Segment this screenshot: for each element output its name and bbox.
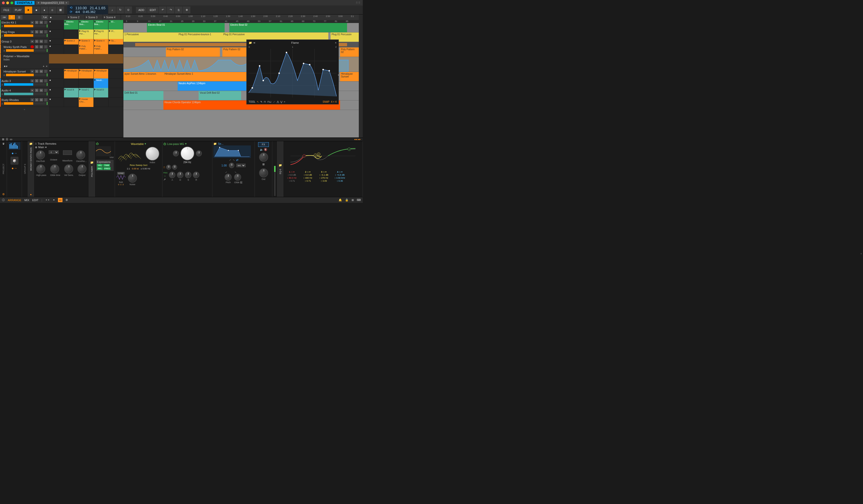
oscsnoise-knob[interactable] bbox=[76, 150, 85, 160]
panel-icon[interactable]: ⚬⚬ bbox=[45, 198, 50, 202]
track-menu-icon[interactable]: ⋮ bbox=[44, 89, 48, 92]
record-arm-button[interactable]: ● bbox=[30, 21, 34, 24]
stop-clip-button[interactable]: ■ bbox=[49, 69, 64, 78]
metronome-button[interactable]: ♪ bbox=[109, 7, 116, 13]
view-grid-button[interactable]: ⠿ bbox=[9, 15, 15, 20]
folder-icon[interactable]: 📁 bbox=[278, 164, 282, 167]
saw2-tool-icon[interactable]: ⋁ bbox=[280, 100, 282, 103]
track-header[interactable]: Audio 4●SM⋮⎍ bbox=[0, 88, 49, 98]
arrange-clip[interactable]: Plug 01 Percussive-bounce-1 bbox=[178, 33, 222, 42]
power-icon[interactable]: ⏻ bbox=[163, 142, 166, 146]
cutoff-knob[interactable] bbox=[180, 147, 195, 161]
clip-slot[interactable]: Poly Patter... bbox=[79, 45, 94, 54]
clip-slot[interactable]: Plug 01 Per... bbox=[79, 29, 94, 39]
panel-icon[interactable]: ▭ bbox=[58, 198, 62, 202]
keyboard-icon[interactable]: ⌨ bbox=[357, 198, 361, 202]
folder-icon[interactable]: 📁 bbox=[213, 142, 217, 146]
mix-view-button[interactable]: MIX bbox=[24, 199, 29, 202]
expression-editor-popup[interactable]: 📁 ⇥ Flame × 0 1 2 ▸ TOOL bbox=[246, 39, 339, 104]
device-name[interactable]: EQ-5 bbox=[279, 169, 282, 174]
clip-slot[interactable] bbox=[64, 29, 79, 39]
edit-view-button[interactable]: EDIT bbox=[32, 199, 38, 202]
solo-button[interactable]: S bbox=[35, 70, 38, 73]
track-header[interactable]: Rusty Rhodes●SM⋮⎍ bbox=[0, 98, 49, 107]
power-icon[interactable]: ⏻ bbox=[96, 142, 99, 145]
keyboard-icon[interactable]: ⎍ bbox=[1, 34, 3, 37]
timesig-display[interactable]: 4/4 bbox=[75, 10, 80, 14]
crown-icon[interactable]: ♛ bbox=[2, 142, 5, 146]
clip-slot[interactable]: Poly Patter... bbox=[94, 45, 109, 54]
redo-button[interactable]: ↷ bbox=[167, 7, 174, 13]
clip-slot[interactable]: El... bbox=[109, 20, 123, 29]
curve-icon[interactable]: ⟋ bbox=[229, 159, 232, 162]
clip-slot[interactable] bbox=[109, 88, 123, 98]
filter-type-dropdown[interactable]: Low-pass MG bbox=[167, 142, 184, 146]
scene-cell[interactable]: Scene 3 bbox=[85, 14, 103, 20]
loop-button[interactable]: ↻ bbox=[116, 7, 124, 13]
panel-icon[interactable]: ⚙ bbox=[65, 198, 68, 202]
device-name[interactable]: POLYMER bbox=[91, 166, 93, 177]
index-knob[interactable] bbox=[146, 147, 159, 161]
clip-slot[interactable]: House Cho... bbox=[79, 98, 94, 107]
arrangement-view[interactable]: 0:100:200:300:400:501:001:101:201:301:40… bbox=[123, 14, 359, 137]
grid-icon[interactable]: ⊞ bbox=[262, 163, 265, 166]
panel-toggle-icon[interactable]: ☰ bbox=[6, 138, 8, 141]
eq-band[interactable]: 1 ◇ ▾↕ 0.0 dB↕ 80.0 Hz↕ 0.71 bbox=[284, 171, 299, 182]
clip-slot[interactable]: Vocal B bbox=[64, 88, 79, 98]
clip-slot[interactable]: Himalayan ... bbox=[79, 69, 94, 78]
track-header[interactable]: Plug Finga●SM⋮⎍ bbox=[0, 29, 49, 39]
record-arm-button[interactable]: ● bbox=[30, 98, 34, 101]
tempo-display[interactable]: 110.00 bbox=[75, 6, 87, 10]
track-header[interactable]: Himalayan Sunset●SM⋮⎍ bbox=[0, 69, 49, 78]
solo-button[interactable]: S bbox=[35, 98, 38, 101]
track-menu-icon[interactable]: ⋮ bbox=[44, 40, 48, 43]
clip-slot[interactable]: Sc... bbox=[109, 39, 123, 45]
rel-toggle[interactable]: REL bbox=[97, 167, 103, 170]
arrange-view-button[interactable]: ARRANGE bbox=[8, 199, 21, 202]
view-compact-button[interactable]: ☰ bbox=[16, 15, 23, 20]
pointer-tool-icon[interactable]: ↖ bbox=[257, 100, 259, 103]
track-menu-icon[interactable]: ⋮ bbox=[44, 98, 48, 101]
pointer-tool[interactable]: ↖▾ bbox=[41, 15, 48, 20]
record-arm-button[interactable]: ● bbox=[30, 40, 34, 43]
volume-slider[interactable] bbox=[4, 93, 46, 95]
volume-slider[interactable] bbox=[4, 83, 46, 86]
play-button[interactable] bbox=[25, 7, 32, 13]
record-button[interactable]: ● bbox=[41, 7, 48, 13]
scene-stop[interactable]: ■ bbox=[49, 14, 67, 20]
keyboard-icon[interactable]: ⎍ bbox=[1, 93, 3, 96]
remote-icon[interactable]: ⎍ bbox=[35, 142, 37, 145]
track-nav[interactable]: WONKY SYNTH PADS bbox=[30, 148, 32, 171]
env-display[interactable] bbox=[213, 146, 251, 158]
settings-icon[interactable]: ⚙ bbox=[2, 193, 5, 196]
window-minimize-button[interactable] bbox=[6, 1, 9, 4]
record-arm-button[interactable]: ● bbox=[30, 70, 34, 73]
clip-slot[interactable]: Plug 01 Per... bbox=[94, 29, 109, 39]
clip-slot[interactable]: Electro Bea... bbox=[64, 20, 79, 29]
record-arm-button[interactable]: ● bbox=[30, 30, 34, 34]
copy-button[interactable]: ⎘ bbox=[175, 7, 183, 13]
arrange-clip[interactable]: Himalayan Sunset Atmo 1 bbox=[163, 72, 258, 81]
keyboard-icon[interactable]: ⎍ bbox=[1, 83, 3, 86]
preset-name[interactable]: Reso Sweep 3oct bbox=[116, 164, 161, 166]
eq-band[interactable]: 2 ◇ ▾↕ 0.0 dB↕ 400 Hz↕ 0.71 bbox=[300, 171, 315, 182]
track-menu-icon[interactable]: ⋮ bbox=[44, 30, 48, 34]
arrange-clip[interactable]: Poly Pattern 02 bbox=[166, 48, 220, 57]
pencil-tool-icon[interactable]: ✎ bbox=[260, 100, 262, 103]
fine-value[interactable]: 0.00 st bbox=[132, 167, 139, 170]
half-tool-icon[interactable]: ÷ bbox=[284, 100, 285, 103]
clip-slot[interactable] bbox=[64, 45, 79, 54]
fx-slot[interactable]: FX bbox=[258, 142, 269, 147]
sustain-knob[interactable] bbox=[185, 172, 191, 178]
add-menu[interactable]: ADD bbox=[136, 7, 147, 13]
solo-button[interactable]: S bbox=[35, 45, 38, 49]
clip-slot[interactable] bbox=[79, 78, 94, 88]
close-icon[interactable]: × bbox=[335, 41, 337, 44]
folder-icon[interactable]: 📁 bbox=[29, 142, 33, 146]
folder-icon[interactable]: 📁 ⇥ bbox=[249, 41, 255, 45]
scene-cell[interactable]: Scene 4 bbox=[103, 14, 121, 20]
oscsub-knob[interactable] bbox=[36, 150, 45, 160]
play-icon[interactable]: ▸ bbox=[338, 73, 340, 76]
ramp-tool-icon[interactable]: ⟋ bbox=[273, 100, 275, 103]
solo-button[interactable]: S bbox=[35, 40, 38, 43]
